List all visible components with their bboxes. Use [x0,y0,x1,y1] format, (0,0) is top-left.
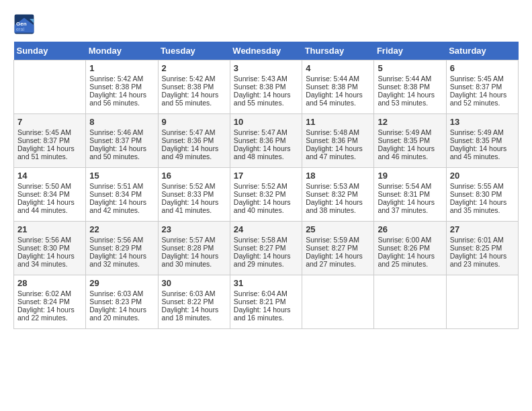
day-header-friday: Friday [374,42,446,60]
day-info: and 35 minutes. [450,206,515,214]
day-info: and 20 minutes. [89,314,154,322]
day-info: Daylight: 14 hours [450,252,515,260]
day-header-tuesday: Tuesday [158,42,230,60]
day-info: Sunrise: 5:49 AM [450,128,515,136]
day-info: Daylight: 14 hours [306,144,370,152]
day-info: Sunset: 8:36 PM [162,136,226,144]
day-info: and 44 minutes. [17,206,82,214]
calendar-cell: 28Sunrise: 6:02 AMSunset: 8:24 PMDayligh… [14,275,86,329]
day-number: 18 [306,171,370,181]
day-info: Sunrise: 6:04 AM [234,289,298,298]
day-info: Daylight: 14 hours [17,144,82,152]
day-info: Sunrise: 5:51 AM [89,182,154,190]
day-header-wednesday: Wednesday [230,42,302,60]
day-info: Daylight: 14 hours [450,198,515,206]
day-number: 21 [17,224,82,234]
day-number: 15 [89,171,154,181]
day-info: Daylight: 14 hours [306,252,370,260]
day-info: Sunset: 8:38 PM [89,83,154,91]
day-info: and 37 minutes. [378,206,442,214]
day-number: 11 [306,117,370,127]
day-number: 14 [17,171,82,181]
day-info: Daylight: 14 hours [17,252,82,260]
day-info: and 30 minutes. [162,260,226,268]
day-info: Sunset: 8:35 PM [378,136,442,144]
day-info: and 45 minutes. [450,152,515,161]
day-info: Sunset: 8:38 PM [162,83,226,91]
day-info: Daylight: 14 hours [234,198,298,206]
day-info: Sunrise: 5:45 AM [17,128,82,136]
calendar-cell [446,275,518,329]
calendar-cell: 5Sunrise: 5:44 AMSunset: 8:38 PMDaylight… [374,60,446,114]
day-number: 26 [378,224,442,234]
day-info: and 46 minutes. [378,152,442,161]
day-info: Daylight: 14 hours [234,252,298,260]
day-info: Sunrise: 5:47 AM [162,128,226,136]
calendar-cell: 6Sunrise: 5:45 AMSunset: 8:37 PMDaylight… [446,60,518,114]
day-info: and 51 minutes. [17,152,82,161]
day-info: Sunset: 8:27 PM [234,244,298,252]
day-info: Daylight: 14 hours [306,91,370,99]
day-info: Daylight: 14 hours [450,91,515,99]
day-info: and 22 minutes. [17,314,82,322]
day-info: Daylight: 14 hours [162,306,226,314]
day-info: Sunrise: 6:01 AM [450,236,515,244]
calendar-cell: 1Sunrise: 5:42 AMSunset: 8:38 PMDaylight… [86,60,158,114]
day-info: and 25 minutes. [378,260,442,268]
day-number: 28 [17,278,82,288]
day-number: 13 [450,117,515,127]
calendar-cell: 23Sunrise: 5:57 AMSunset: 8:28 PMDayligh… [158,222,230,275]
day-number: 7 [17,117,82,127]
calendar-cell: 24Sunrise: 5:58 AMSunset: 8:27 PMDayligh… [230,222,302,275]
calendar-cell: 10Sunrise: 5:47 AMSunset: 8:36 PMDayligh… [230,114,302,168]
day-info: Sunrise: 5:43 AM [234,75,298,83]
day-info: Sunset: 8:35 PM [450,136,515,144]
calendar-cell: 25Sunrise: 5:59 AMSunset: 8:27 PMDayligh… [302,222,374,275]
day-info: and 53 minutes. [378,99,442,107]
day-number: 25 [306,224,370,234]
calendar-cell: 30Sunrise: 6:03 AMSunset: 8:22 PMDayligh… [158,275,230,329]
day-info: Sunrise: 5:56 AM [89,236,154,244]
calendar-cell: 7Sunrise: 5:45 AMSunset: 8:37 PMDaylight… [14,114,86,168]
day-info: and 29 minutes. [234,260,298,268]
day-number: 5 [378,63,442,73]
day-info: Sunset: 8:32 PM [306,190,370,198]
day-info: Sunrise: 5:55 AM [450,182,515,190]
calendar-cell: 31Sunrise: 6:04 AMSunset: 8:21 PMDayligh… [230,275,302,329]
day-number: 31 [234,278,298,288]
day-number: 4 [306,63,370,73]
day-info: Sunset: 8:23 PM [89,298,154,306]
day-info: and 42 minutes. [89,206,154,214]
day-number: 3 [234,63,298,73]
day-number: 2 [162,63,226,73]
day-info: Daylight: 14 hours [378,252,442,260]
day-info: Sunset: 8:38 PM [306,83,370,91]
calendar-cell: 2Sunrise: 5:42 AMSunset: 8:38 PMDaylight… [158,60,230,114]
day-number: 6 [450,63,515,73]
day-number: 9 [162,117,226,127]
day-info: Daylight: 14 hours [89,306,154,314]
day-info: and 50 minutes. [89,152,154,161]
day-info: and 32 minutes. [89,260,154,268]
calendar-week-3: 14Sunrise: 5:50 AMSunset: 8:34 PMDayligh… [14,168,519,222]
day-info: and 49 minutes. [162,152,226,161]
day-info: and 27 minutes. [306,260,370,268]
day-info: Sunset: 8:36 PM [306,136,370,144]
calendar-cell: 15Sunrise: 5:51 AMSunset: 8:34 PMDayligh… [86,168,158,222]
day-info: Sunset: 8:26 PM [378,244,442,252]
calendar-week-1: 1Sunrise: 5:42 AMSunset: 8:38 PMDaylight… [14,60,519,114]
day-info: Daylight: 14 hours [162,252,226,260]
day-info: and 18 minutes. [162,314,226,322]
day-info: Sunrise: 5:58 AM [234,236,298,244]
day-info: and 55 minutes. [162,99,226,107]
calendar-cell: 20Sunrise: 5:55 AMSunset: 8:30 PMDayligh… [446,168,518,222]
day-header-monday: Monday [86,42,158,60]
calendar-cell: 19Sunrise: 5:54 AMSunset: 8:31 PMDayligh… [374,168,446,222]
day-info: Daylight: 14 hours [378,91,442,99]
day-info: Sunset: 8:37 PM [17,136,82,144]
day-header-sunday: Sunday [14,42,86,60]
day-info: Sunset: 8:37 PM [450,83,515,91]
calendar-week-5: 28Sunrise: 6:02 AMSunset: 8:24 PMDayligh… [14,275,519,329]
calendar-cell: 16Sunrise: 5:52 AMSunset: 8:33 PMDayligh… [158,168,230,222]
day-number: 10 [234,117,298,127]
